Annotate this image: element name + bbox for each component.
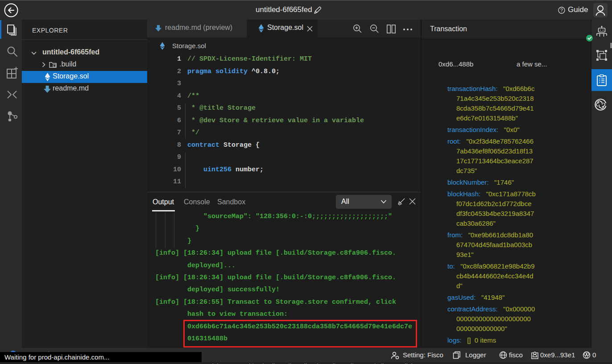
- svg-text:?: ?: [560, 8, 563, 13]
